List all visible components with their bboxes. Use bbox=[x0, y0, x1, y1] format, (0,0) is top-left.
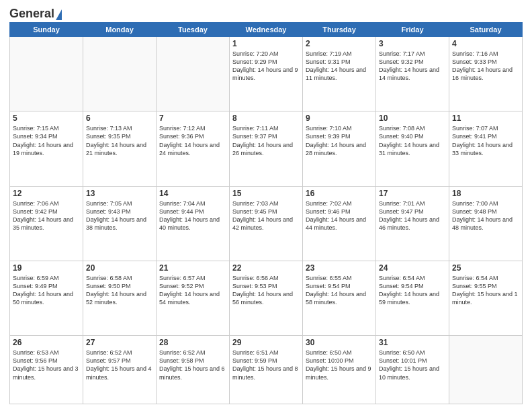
day-info: Sunrise: 7:03 AM Sunset: 9:45 PM Dayligh… bbox=[232, 199, 300, 232]
logo-general: General bbox=[9, 7, 54, 21]
day-info: Sunrise: 7:05 AM Sunset: 9:43 PM Dayligh… bbox=[86, 199, 153, 232]
weekday-header-friday: Friday bbox=[376, 23, 449, 37]
day-number: 18 bbox=[452, 189, 519, 198]
day-cell-2: 2Sunrise: 7:19 AM Sunset: 9:31 PM Daylig… bbox=[303, 37, 376, 111]
day-number: 20 bbox=[86, 263, 153, 273]
day-info: Sunrise: 7:17 AM Sunset: 9:32 PM Dayligh… bbox=[379, 50, 446, 83]
day-info: Sunrise: 6:57 AM Sunset: 9:52 PM Dayligh… bbox=[159, 274, 226, 307]
day-number: 30 bbox=[306, 338, 373, 347]
day-info: Sunrise: 6:58 AM Sunset: 9:50 PM Dayligh… bbox=[86, 274, 153, 307]
day-cell-4: 4Sunrise: 7:16 AM Sunset: 9:33 PM Daylig… bbox=[449, 37, 523, 111]
day-info: Sunrise: 6:52 AM Sunset: 9:58 PM Dayligh… bbox=[159, 349, 226, 381]
calendar-table: SundayMondayTuesdayWednesdayThursdayFrid… bbox=[9, 22, 523, 404]
day-cell-24: 24Sunrise: 6:54 AM Sunset: 9:54 PM Dayli… bbox=[376, 261, 449, 335]
week-row-5: 26Sunrise: 6:53 AM Sunset: 9:56 PM Dayli… bbox=[10, 336, 523, 404]
day-info: Sunrise: 7:15 AM Sunset: 9:34 PM Dayligh… bbox=[13, 124, 80, 157]
day-cell-12: 12Sunrise: 7:06 AM Sunset: 9:42 PM Dayli… bbox=[10, 186, 83, 261]
day-number: 16 bbox=[306, 189, 373, 198]
day-cell-13: 13Sunrise: 7:05 AM Sunset: 9:43 PM Dayli… bbox=[83, 186, 157, 261]
weekday-header-monday: Monday bbox=[83, 23, 157, 37]
day-cell-27: 27Sunrise: 6:52 AM Sunset: 9:57 PM Dayli… bbox=[83, 336, 157, 404]
day-cell-8: 8Sunrise: 7:11 AM Sunset: 9:37 PM Daylig… bbox=[230, 111, 303, 186]
day-info: Sunrise: 6:56 AM Sunset: 9:53 PM Dayligh… bbox=[232, 274, 300, 307]
day-cell-19: 19Sunrise: 6:59 AM Sunset: 9:49 PM Dayli… bbox=[10, 261, 83, 335]
day-number: 8 bbox=[232, 113, 300, 123]
day-cell-26: 26Sunrise: 6:53 AM Sunset: 9:56 PM Dayli… bbox=[10, 336, 83, 404]
day-cell-1: 1Sunrise: 7:20 AM Sunset: 9:29 PM Daylig… bbox=[230, 37, 303, 111]
day-cell-23: 23Sunrise: 6:55 AM Sunset: 9:54 PM Dayli… bbox=[303, 261, 376, 335]
day-cell-10: 10Sunrise: 7:08 AM Sunset: 9:40 PM Dayli… bbox=[376, 111, 449, 186]
day-number: 29 bbox=[232, 338, 300, 347]
day-number: 31 bbox=[379, 338, 446, 347]
day-cell-20: 20Sunrise: 6:58 AM Sunset: 9:50 PM Dayli… bbox=[83, 261, 157, 335]
day-cell-14: 14Sunrise: 7:04 AM Sunset: 9:44 PM Dayli… bbox=[157, 186, 230, 261]
day-cell-6: 6Sunrise: 7:13 AM Sunset: 9:35 PM Daylig… bbox=[83, 111, 157, 186]
day-number: 28 bbox=[159, 338, 226, 347]
day-number: 11 bbox=[452, 113, 519, 123]
day-cell-25: 25Sunrise: 6:54 AM Sunset: 9:55 PM Dayli… bbox=[449, 261, 523, 335]
logo: General bbox=[9, 7, 62, 18]
day-info: Sunrise: 7:02 AM Sunset: 9:46 PM Dayligh… bbox=[306, 199, 373, 232]
day-cell-16: 16Sunrise: 7:02 AM Sunset: 9:46 PM Dayli… bbox=[303, 186, 376, 261]
day-info: Sunrise: 6:51 AM Sunset: 9:59 PM Dayligh… bbox=[232, 349, 300, 381]
day-info: Sunrise: 6:50 AM Sunset: 10:01 PM Daylig… bbox=[379, 349, 446, 381]
day-cell-7: 7Sunrise: 7:12 AM Sunset: 9:36 PM Daylig… bbox=[157, 111, 230, 186]
day-info: Sunrise: 7:16 AM Sunset: 9:33 PM Dayligh… bbox=[452, 50, 519, 83]
weekday-header-row: SundayMondayTuesdayWednesdayThursdayFrid… bbox=[10, 23, 523, 37]
day-info: Sunrise: 6:54 AM Sunset: 9:55 PM Dayligh… bbox=[452, 274, 519, 307]
day-number: 25 bbox=[452, 263, 519, 273]
day-info: Sunrise: 7:20 AM Sunset: 9:29 PM Dayligh… bbox=[232, 50, 300, 83]
day-number: 4 bbox=[452, 39, 519, 48]
day-info: Sunrise: 7:11 AM Sunset: 9:37 PM Dayligh… bbox=[232, 124, 300, 157]
week-row-2: 5Sunrise: 7:15 AM Sunset: 9:34 PM Daylig… bbox=[10, 111, 523, 186]
day-number: 9 bbox=[306, 113, 373, 123]
day-number: 6 bbox=[86, 113, 153, 123]
day-info: Sunrise: 7:01 AM Sunset: 9:47 PM Dayligh… bbox=[379, 199, 446, 232]
day-cell-empty bbox=[83, 37, 157, 111]
day-info: Sunrise: 6:50 AM Sunset: 10:00 PM Daylig… bbox=[306, 349, 373, 381]
day-cell-17: 17Sunrise: 7:01 AM Sunset: 9:47 PM Dayli… bbox=[376, 186, 449, 261]
day-number: 12 bbox=[13, 189, 80, 198]
weekday-header-tuesday: Tuesday bbox=[157, 23, 230, 37]
day-cell-empty bbox=[157, 37, 230, 111]
weekday-header-saturday: Saturday bbox=[449, 23, 523, 37]
day-cell-18: 18Sunrise: 7:00 AM Sunset: 9:48 PM Dayli… bbox=[449, 186, 523, 261]
day-info: Sunrise: 6:53 AM Sunset: 9:56 PM Dayligh… bbox=[13, 349, 80, 381]
day-cell-21: 21Sunrise: 6:57 AM Sunset: 9:52 PM Dayli… bbox=[157, 261, 230, 335]
day-info: Sunrise: 7:04 AM Sunset: 9:44 PM Dayligh… bbox=[159, 199, 226, 232]
day-number: 1 bbox=[232, 39, 300, 48]
day-info: Sunrise: 6:52 AM Sunset: 9:57 PM Dayligh… bbox=[86, 349, 153, 381]
day-number: 21 bbox=[159, 263, 226, 273]
day-cell-30: 30Sunrise: 6:50 AM Sunset: 10:00 PM Dayl… bbox=[303, 336, 376, 404]
day-info: Sunrise: 7:08 AM Sunset: 9:40 PM Dayligh… bbox=[379, 124, 446, 157]
day-info: Sunrise: 7:19 AM Sunset: 9:31 PM Dayligh… bbox=[306, 50, 373, 83]
page: General SundayMondayTuesdayWednesdayThur… bbox=[0, 0, 532, 411]
logo-triangle-icon bbox=[56, 9, 62, 20]
day-number: 22 bbox=[232, 263, 300, 273]
day-number: 24 bbox=[379, 263, 446, 273]
day-info: Sunrise: 7:13 AM Sunset: 9:35 PM Dayligh… bbox=[86, 124, 153, 157]
day-cell-3: 3Sunrise: 7:17 AM Sunset: 9:32 PM Daylig… bbox=[376, 37, 449, 111]
day-info: Sunrise: 7:12 AM Sunset: 9:36 PM Dayligh… bbox=[159, 124, 226, 157]
day-number: 5 bbox=[13, 113, 80, 123]
day-info: Sunrise: 6:59 AM Sunset: 9:49 PM Dayligh… bbox=[13, 274, 80, 307]
day-cell-9: 9Sunrise: 7:10 AM Sunset: 9:39 PM Daylig… bbox=[303, 111, 376, 186]
day-number: 10 bbox=[379, 113, 446, 123]
day-info: Sunrise: 6:54 AM Sunset: 9:54 PM Dayligh… bbox=[379, 274, 446, 307]
day-info: Sunrise: 7:06 AM Sunset: 9:42 PM Dayligh… bbox=[13, 199, 80, 232]
day-number: 2 bbox=[306, 39, 373, 48]
day-info: Sunrise: 7:00 AM Sunset: 9:48 PM Dayligh… bbox=[452, 199, 519, 232]
day-info: Sunrise: 6:55 AM Sunset: 9:54 PM Dayligh… bbox=[306, 274, 373, 307]
day-cell-empty bbox=[10, 37, 83, 111]
day-number: 13 bbox=[86, 189, 153, 198]
week-row-4: 19Sunrise: 6:59 AM Sunset: 9:49 PM Dayli… bbox=[10, 261, 523, 335]
day-cell-22: 22Sunrise: 6:56 AM Sunset: 9:53 PM Dayli… bbox=[230, 261, 303, 335]
day-number: 19 bbox=[13, 263, 80, 273]
day-number: 23 bbox=[306, 263, 373, 273]
day-cell-31: 31Sunrise: 6:50 AM Sunset: 10:01 PM Dayl… bbox=[376, 336, 449, 404]
day-cell-empty bbox=[449, 336, 523, 404]
day-cell-29: 29Sunrise: 6:51 AM Sunset: 9:59 PM Dayli… bbox=[230, 336, 303, 404]
day-info: Sunrise: 7:10 AM Sunset: 9:39 PM Dayligh… bbox=[306, 124, 373, 157]
week-row-3: 12Sunrise: 7:06 AM Sunset: 9:42 PM Dayli… bbox=[10, 186, 523, 261]
week-row-1: 1Sunrise: 7:20 AM Sunset: 9:29 PM Daylig… bbox=[10, 37, 523, 111]
